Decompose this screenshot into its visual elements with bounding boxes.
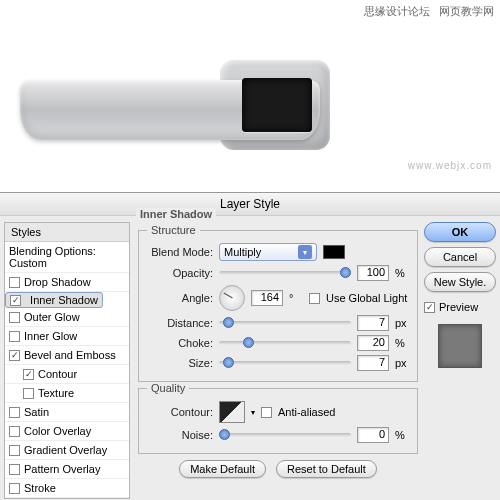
layer-style-dialog: Layer Style Styles Blending Options: Cus…	[0, 192, 500, 500]
style-item-label: Bevel and Emboss	[24, 349, 116, 361]
blend-mode-label: Blend Mode:	[147, 246, 213, 258]
object-preview	[10, 30, 340, 160]
chevron-down-icon: ▾	[298, 245, 312, 259]
reset-default-button[interactable]: Reset to Default	[276, 460, 377, 478]
style-item-drop-shadow[interactable]: Drop Shadow	[5, 273, 129, 292]
styles-list-pane: Styles Blending Options: Custom Drop Sha…	[0, 216, 130, 496]
dialog-title: Layer Style	[0, 193, 500, 216]
angle-input[interactable]: 164	[251, 290, 283, 306]
style-checkbox[interactable]	[23, 388, 34, 399]
style-item-stroke[interactable]: Stroke	[5, 479, 129, 498]
opacity-label: Opacity:	[147, 267, 213, 279]
action-pane: OK Cancel New Style. Preview	[424, 216, 500, 496]
size-slider[interactable]	[219, 361, 351, 365]
opacity-input[interactable]: 100	[357, 265, 389, 281]
style-item-satin[interactable]: Satin	[5, 403, 129, 422]
cancel-button[interactable]: Cancel	[424, 247, 496, 267]
style-item-label: Contour	[38, 368, 77, 380]
anti-aliased-label: Anti-aliased	[278, 406, 335, 418]
noise-input[interactable]: 0	[357, 427, 389, 443]
distance-slider[interactable]	[219, 321, 351, 325]
angle-dial[interactable]	[219, 285, 245, 311]
preview-swatch	[438, 324, 482, 368]
style-checkbox[interactable]	[9, 407, 20, 418]
style-item-label: Pattern Overlay	[24, 463, 100, 475]
noise-slider[interactable]	[219, 433, 351, 437]
style-item-outer-glow[interactable]: Outer Glow	[5, 308, 129, 327]
style-checkbox[interactable]	[9, 350, 20, 361]
opacity-slider[interactable]	[219, 271, 351, 275]
style-item-pattern-overlay[interactable]: Pattern Overlay	[5, 460, 129, 479]
contour-picker[interactable]	[219, 401, 245, 423]
style-checkbox[interactable]	[9, 277, 20, 288]
contour-label: Contour:	[147, 406, 213, 418]
blending-options-row[interactable]: Blending Options: Custom	[5, 242, 129, 273]
style-checkbox[interactable]	[9, 464, 20, 475]
size-label: Size:	[147, 357, 213, 369]
header-left: 思缘设计论坛	[364, 5, 430, 17]
style-item-label: Drop Shadow	[24, 276, 91, 288]
style-item-label: Outer Glow	[24, 311, 80, 323]
style-item-bevel-and-emboss[interactable]: Bevel and Emboss	[5, 346, 129, 365]
choke-label: Choke:	[147, 337, 213, 349]
style-checkbox[interactable]	[10, 295, 21, 306]
style-item-inner-shadow[interactable]: Inner Shadow	[5, 292, 103, 308]
style-checkbox[interactable]	[9, 312, 20, 323]
ok-button[interactable]: OK	[424, 222, 496, 242]
style-checkbox[interactable]	[9, 426, 20, 437]
page-header: 思缘设计论坛 网页教学网	[358, 4, 494, 19]
style-item-label: Inner Shadow	[30, 294, 98, 306]
choke-slider[interactable]	[219, 341, 351, 345]
preview-label: Preview	[439, 301, 478, 313]
blend-mode-select[interactable]: Multiply ▾	[219, 243, 317, 261]
style-item-texture[interactable]: Texture	[5, 384, 129, 403]
style-item-label: Stroke	[24, 482, 56, 494]
style-checkbox[interactable]	[23, 369, 34, 380]
new-style-button[interactable]: New Style.	[424, 272, 496, 292]
style-item-inner-glow[interactable]: Inner Glow	[5, 327, 129, 346]
noise-label: Noise:	[147, 429, 213, 441]
global-light-checkbox[interactable]	[309, 293, 320, 304]
style-checkbox[interactable]	[9, 331, 20, 342]
settings-pane: Inner Shadow Structure Blend Mode: Multi…	[130, 216, 424, 496]
structure-label: Structure	[147, 224, 200, 236]
style-item-label: Color Overlay	[24, 425, 91, 437]
style-item-label: Satin	[24, 406, 49, 418]
style-item-label: Inner Glow	[24, 330, 77, 342]
distance-input[interactable]: 7	[357, 315, 389, 331]
choke-input[interactable]: 20	[357, 335, 389, 351]
chevron-down-icon[interactable]: ▾	[251, 408, 255, 417]
preview-checkbox[interactable]	[424, 302, 435, 313]
watermark: www.webjx.com	[408, 160, 492, 171]
structure-group: Structure Blend Mode: Multiply ▾ Opacity…	[138, 230, 418, 382]
header-right: 网页教学网	[439, 5, 494, 17]
global-light-label: Use Global Light	[326, 292, 407, 304]
angle-label: Angle:	[147, 292, 213, 304]
quality-group: Quality Contour: ▾ Anti-aliased Noise: 0…	[138, 388, 418, 454]
style-item-label: Texture	[38, 387, 74, 399]
style-item-gradient-overlay[interactable]: Gradient Overlay	[5, 441, 129, 460]
make-default-button[interactable]: Make Default	[179, 460, 266, 478]
shadow-color-swatch[interactable]	[323, 245, 345, 259]
panel-title: Inner Shadow	[136, 208, 216, 220]
style-item-color-overlay[interactable]: Color Overlay	[5, 422, 129, 441]
style-checkbox[interactable]	[9, 445, 20, 456]
distance-label: Distance:	[147, 317, 213, 329]
anti-aliased-checkbox[interactable]	[261, 407, 272, 418]
quality-label: Quality	[147, 382, 189, 394]
styles-header[interactable]: Styles	[5, 223, 129, 242]
style-checkbox[interactable]	[9, 483, 20, 494]
size-input[interactable]: 7	[357, 355, 389, 371]
style-item-contour[interactable]: Contour	[5, 365, 129, 384]
style-item-label: Gradient Overlay	[24, 444, 107, 456]
